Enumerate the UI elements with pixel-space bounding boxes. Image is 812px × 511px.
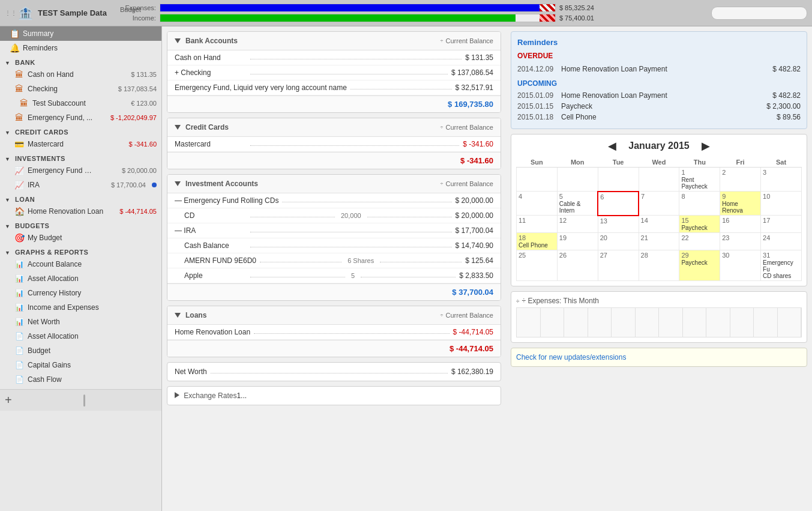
- sidebar-item-mastercard[interactable]: 💳 Mastercard $ -341.60: [0, 137, 161, 151]
- loans-expand-icon[interactable]: [175, 313, 181, 318]
- overdue-row-1[interactable]: 2014.12.09 Home Renovation Loan Payment …: [517, 64, 801, 74]
- calendar-cell[interactable]: 13: [598, 216, 639, 233]
- sidebar-item-asset-allocation-report[interactable]: 📄 Asset Allocation: [0, 329, 161, 343]
- bank-row-efund[interactable]: Emergency Fund, Liquid very very long ac…: [167, 80, 501, 95]
- calendar-cell[interactable]: 4: [517, 192, 558, 216]
- sidebar-item-asset-allocation-graph[interactable]: 📊 Asset Allocation: [0, 271, 161, 286]
- calendar-cell[interactable]: 29Paycheck: [679, 250, 720, 281]
- calendar-cell[interactable]: [557, 168, 598, 192]
- calendar-cell[interactable]: 17: [761, 216, 802, 233]
- updates-link[interactable]: Check for new updates/extensions: [516, 353, 626, 361]
- sort-icon-4[interactable]: ÷: [441, 312, 444, 318]
- calendar-cell[interactable]: 8: [679, 192, 720, 216]
- sidebar-item-capital-gains[interactable]: 📄 Capital Gains: [0, 358, 161, 372]
- reminders-panel: Reminders OVERDUE 2014.12.09 Home Renova…: [511, 31, 807, 129]
- sidebar-bank-header: ▼ BANK: [0, 55, 161, 67]
- dots: [250, 277, 345, 277]
- sort-icon-exp[interactable]: ÷: [516, 298, 520, 304]
- calendar-cell[interactable]: 21: [639, 233, 679, 250]
- sort-icon-2[interactable]: ÷: [441, 124, 444, 130]
- cal-prev-button[interactable]: ◀: [608, 139, 616, 153]
- invest-row-cd[interactable]: CD 20,000 $ 20,000.00: [167, 208, 501, 223]
- upcoming-date-3: 2015.01.18: [517, 113, 556, 121]
- exchange-expand-icon[interactable]: [175, 392, 179, 398]
- calendar-cell[interactable]: 3: [761, 168, 802, 192]
- sort-icon-3[interactable]: ÷: [441, 181, 444, 187]
- exchange-amount: 1...: [236, 392, 247, 400]
- upcoming-amount-2: $ 2,300.00: [766, 102, 801, 110]
- sidebar-item-home-loan[interactable]: 🏠 Home Renovation Loan $ -44,714.05: [0, 204, 161, 219]
- calendar-cell[interactable]: 14: [639, 216, 679, 233]
- hamburger-icon[interactable]: ⋮⋮: [5, 10, 17, 16]
- upcoming-row-3[interactable]: 2015.01.18 Cell Phone $ 89.56: [517, 112, 801, 122]
- sidebar-item-account-balance[interactable]: 📊 Account Balance: [0, 257, 161, 271]
- bank-expand-icon[interactable]: [175, 38, 181, 43]
- invest-row-amern[interactable]: AMERN FUND 9E6D0 6 Shares $ 125.64: [167, 253, 501, 268]
- upcoming-row-2[interactable]: 2015.01.15 Paycheck $ 2,300.00: [517, 101, 801, 112]
- sidebar-item-income-expenses[interactable]: 📊 Income and Expenses: [0, 300, 161, 315]
- calendar-cell[interactable]: 27: [598, 250, 639, 281]
- calendar-cell[interactable]: 5Cable & Intern: [557, 192, 598, 216]
- sidebar-item-net-worth[interactable]: 📊 Net Worth: [0, 315, 161, 329]
- sidebar-item-cash-on-hand[interactable]: 🏛 Cash on Hand $ 131.35: [0, 67, 161, 82]
- calendar-cell[interactable]: 15Paycheck: [679, 216, 720, 233]
- sidebar-item-my-budget[interactable]: 🎯 My Budget: [0, 231, 161, 245]
- cc-expand-icon[interactable]: [175, 125, 181, 130]
- invest-row-apple[interactable]: Apple 5 $ 2,833.50: [167, 268, 501, 283]
- calendar-cell[interactable]: 19: [557, 233, 598, 250]
- sidebar-item-emergency-fund[interactable]: 🏛 Emergency Fund, ... $ -1,202,049.97: [0, 110, 161, 125]
- sidebar-item-ira[interactable]: 📈 IRA $ 17,700.04: [0, 178, 161, 192]
- calendar-cell[interactable]: 10: [761, 192, 802, 216]
- sidebar-item-reminders[interactable]: 🔔 Reminders: [0, 41, 161, 55]
- sidebar-checking-label: Checking: [28, 85, 58, 93]
- calendar-cell[interactable]: 22: [679, 233, 720, 250]
- sidebar-item-checking[interactable]: 🏛 Checking $ 137,083.54: [0, 82, 161, 96]
- sort-icon[interactable]: ÷: [441, 38, 444, 44]
- sidebar-item-summary[interactable]: 📋 Summary: [0, 26, 161, 41]
- calendar-cell[interactable]: 6: [598, 192, 639, 216]
- calendar-cell[interactable]: 30: [720, 250, 761, 281]
- calendar-cell[interactable]: 25: [517, 250, 558, 281]
- bank-row-cash[interactable]: Cash on Hand $ 131.35: [167, 50, 501, 65]
- cc-row-mastercard[interactable]: Mastercard $ -341.60: [167, 137, 501, 152]
- sidebar-item-budget-report[interactable]: 📄 Budget: [0, 343, 161, 358]
- sidebar-item-test-subaccount[interactable]: 🏛 Test Subaccount € 123.00: [0, 96, 161, 110]
- invest-row-ira[interactable]: — IRA $ 17,700.04: [167, 223, 501, 238]
- invest-expand-icon[interactable]: [175, 181, 181, 186]
- calendar-cell[interactable]: 28: [639, 250, 679, 281]
- sidebar-item-currency-history[interactable]: 📊 Currency History: [0, 286, 161, 300]
- search-input[interactable]: [711, 7, 807, 20]
- calendar-cell[interactable]: 12: [557, 216, 598, 233]
- calendar-cell[interactable]: 7: [639, 192, 679, 216]
- calendar-cell[interactable]: [639, 168, 679, 192]
- calendar-cell[interactable]: 18Cell Phone: [517, 233, 558, 250]
- calendar-cell[interactable]: 23: [720, 233, 761, 250]
- sidebar-item-ef-rolling[interactable]: 📈 Emergency Fund Rolli... $ 20,000.00: [0, 163, 161, 178]
- upcoming-name-2: Paycheck: [561, 102, 762, 110]
- loan-row-home[interactable]: Home Renovation Loan $ -44,714.05: [167, 325, 501, 340]
- calendar-cell[interactable]: 2: [720, 168, 761, 192]
- calendar-cell[interactable]: 26: [557, 250, 598, 281]
- add-account-button[interactable]: +: [5, 393, 12, 407]
- calendar-cell[interactable]: 20: [598, 233, 639, 250]
- calendar-cell[interactable]: 31Emergency FuCD shares: [761, 250, 802, 281]
- upcoming-name-1: Home Renovation Loan Payment: [561, 91, 768, 100]
- calendar-cell[interactable]: 24: [761, 233, 802, 250]
- invest-row-ef-rolling[interactable]: — Emergency Fund Rolling CDs $ 20,000.00: [167, 193, 501, 208]
- upcoming-row-1[interactable]: 2015.01.09 Home Renovation Loan Payment …: [517, 90, 801, 101]
- calendar-cell[interactable]: 9Home Renova: [720, 192, 761, 216]
- bank-row-checking[interactable]: + Checking $ 137,086.54: [167, 65, 501, 80]
- calendar-cell[interactable]: [598, 168, 639, 192]
- sidebar-item-cash-flow[interactable]: 📄 Cash Flow: [0, 372, 161, 387]
- report-icon-4: 📄: [14, 375, 24, 384]
- cc-triangle: ▼: [5, 130, 10, 136]
- calendar-cell[interactable]: [517, 168, 558, 192]
- calendar-event: CD shares: [763, 273, 799, 279]
- sidebar-test-label: Test Subaccount: [32, 99, 86, 107]
- invest-row-cash-balance[interactable]: Cash Balance $ 14,740.90: [167, 238, 501, 253]
- calendar-cell[interactable]: 11: [517, 216, 558, 233]
- calendar-cell[interactable]: 16: [720, 216, 761, 233]
- gridline: [730, 308, 754, 337]
- cal-next-button[interactable]: ▶: [702, 139, 710, 153]
- calendar-cell[interactable]: 1RentPaycheck: [679, 168, 720, 192]
